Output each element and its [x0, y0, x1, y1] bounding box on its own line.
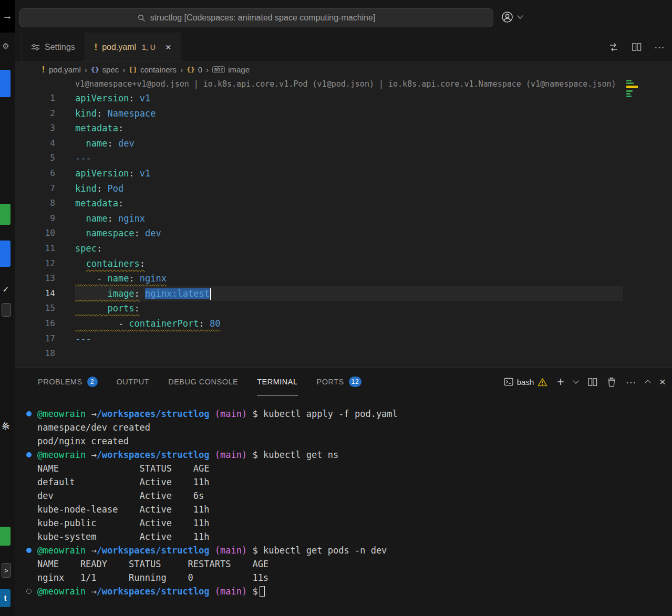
line-content: namespace: dev	[75, 226, 672, 241]
chevron-box[interactable]: >	[2, 563, 11, 578]
t-badge[interactable]: t	[0, 589, 11, 607]
code-line[interactable]: 18	[15, 346, 672, 361]
minimap-mark	[626, 80, 632, 81]
close-panel-button[interactable]: ×	[659, 375, 666, 388]
chevron-down-icon	[573, 378, 578, 383]
line-content: name: nginx	[75, 211, 672, 226]
code-line[interactable]: 14 image: nginx:latest	[15, 286, 672, 301]
code-line[interactable]: 2kind: Namespace	[15, 106, 672, 121]
panel-tab-terminal[interactable]: TERMINAL	[257, 368, 297, 395]
line-content: metadata:	[75, 196, 672, 211]
code-line[interactable]: 1apiVersion: v1	[15, 91, 672, 106]
tab-pod-yaml[interactable]: ! pod.yaml 1, U ×	[85, 33, 181, 61]
kill-terminal-button[interactable]	[607, 377, 616, 387]
minimap-mark	[626, 82, 634, 84]
cjk-glyph[interactable]: 条	[0, 419, 12, 433]
panel-tab-label: DEBUG CONSOLE	[168, 378, 238, 386]
forward-arrow-glyph: →	[3, 11, 13, 22]
line-number: 11	[15, 241, 75, 256]
gear-icon[interactable]: ⚙	[0, 40, 12, 53]
line-number: 14	[15, 286, 75, 301]
green-indicator[interactable]	[0, 204, 11, 225]
code-line[interactable]: 17---	[15, 331, 672, 347]
breadcrumb-index-0[interactable]: {} 0	[187, 65, 202, 74]
line-content: - name: nginx	[75, 271, 672, 286]
symbol-object-icon: {}	[187, 66, 195, 74]
terminal-line: @meowrain →/workspaces/structlog (main) …	[15, 584, 672, 598]
active-terminal-bash[interactable]: bash	[504, 378, 548, 387]
breadcrumb-image[interactable]: abc image	[212, 65, 250, 74]
warning-icon: !	[41, 65, 46, 75]
line-content: containers:	[75, 256, 672, 272]
breadcrumb-spec[interactable]: {} spec	[91, 65, 119, 74]
split-terminal-button[interactable]	[587, 377, 597, 387]
breadcrumb-file[interactable]: ! pod.yaml	[41, 65, 81, 75]
blue-indicator[interactable]	[0, 70, 11, 97]
bottom-panel: PROBLEMS 2 OUTPUT DEBUG CONSOLE TERMINAL…	[15, 368, 672, 616]
line-number: 10	[15, 226, 75, 241]
terminal-line: dev Active 6s	[15, 489, 672, 503]
code-line[interactable]: 13 - name: nginx	[15, 271, 672, 286]
code-line[interactable]: 7kind: Pod	[15, 181, 672, 196]
tab-pod-yaml-label: pod.yaml	[102, 43, 136, 52]
tab-settings[interactable]: Settings	[21, 33, 85, 61]
more-actions-button[interactable]: ···	[626, 376, 636, 388]
line-number: 8	[15, 196, 75, 211]
line-content: - containerPort: 80	[75, 316, 672, 331]
terminal-cursor	[260, 586, 265, 597]
code-line[interactable]: 4 name: dev	[15, 136, 672, 151]
command-center-search[interactable]: structlog [Codespaces: animated space co…	[19, 8, 493, 27]
more-actions-icon[interactable]: ···	[654, 41, 665, 53]
panel-tab-output[interactable]: OUTPUT	[117, 368, 150, 395]
minimap-mark	[626, 86, 638, 88]
command-decoration-dot[interactable]	[26, 548, 32, 553]
terminal-dropdown-button[interactable]	[574, 381, 578, 383]
panel-tab-debug-console[interactable]: DEBUG CONSOLE	[168, 368, 238, 395]
panel-tab-label: OUTPUT	[117, 378, 150, 386]
line-content: ---	[75, 151, 672, 166]
command-decoration-dot[interactable]	[26, 452, 32, 457]
panel-tab-problems[interactable]: PROBLEMS 2	[38, 368, 98, 395]
new-terminal-button[interactable]: +	[557, 375, 564, 389]
code-line[interactable]: 8metadata:	[15, 196, 672, 211]
code-line[interactable]: 9 name: nginx	[15, 211, 672, 226]
code-line[interactable]: 12 containers:	[15, 256, 672, 272]
breadcrumb-containers[interactable]: [] containers	[129, 65, 177, 74]
maximize-panel-button[interactable]	[646, 379, 650, 385]
line-content	[75, 346, 672, 361]
terminal-line: pod/nginx created	[15, 434, 672, 448]
panel-tab-ports[interactable]: PORTS 12	[317, 368, 362, 395]
symbol-array-icon: []	[129, 66, 137, 74]
forward-arrow-icon[interactable]: →	[0, 0, 15, 33]
line-number: 7	[15, 181, 75, 196]
green-indicator[interactable]	[0, 527, 11, 546]
breadcrumb-label: pod.yaml	[49, 65, 81, 74]
line-number: 12	[15, 256, 75, 272]
account-menu[interactable]	[501, 9, 522, 24]
check-icon[interactable]: ✓	[0, 284, 12, 295]
comment-bubble-icon[interactable]	[2, 303, 11, 317]
command-decoration-dot[interactable]	[26, 589, 32, 594]
split-editor-icon[interactable]	[632, 42, 642, 52]
terminal-line: namespace/dev created	[15, 421, 672, 434]
terminal-line: @meowrain →/workspaces/structlog (main) …	[15, 448, 672, 462]
ports-count-badge: 12	[349, 377, 361, 387]
command-decoration-dot[interactable]	[26, 411, 32, 416]
code-line[interactable]: 15 ports:	[15, 301, 672, 316]
code-line[interactable]: 6apiVersion: v1	[15, 166, 672, 181]
code-line[interactable]: 5---	[15, 151, 672, 166]
code-line[interactable]: 10 namespace: dev	[15, 226, 672, 241]
close-tab-icon[interactable]: ×	[166, 42, 171, 52]
open-changes-icon[interactable]	[608, 42, 619, 53]
code-line[interactable]: 3metadata:	[15, 121, 672, 136]
code-line[interactable]: 16 - containerPort: 80	[15, 316, 672, 331]
blue-indicator[interactable]	[0, 241, 11, 267]
terminal[interactable]: @meowrain →/workspaces/structlog (main) …	[15, 395, 672, 616]
terminal-lines: @meowrain →/workspaces/structlog (main) …	[15, 407, 672, 598]
problems-count-badge: 2	[87, 377, 98, 387]
yaml-schema-hint[interactable]: v1@namespace+v1@pod.json | io.k8s.api.co…	[75, 77, 672, 91]
chevron-down-icon	[517, 13, 523, 18]
terminal-line: NAME STATUS AGE	[15, 462, 672, 475]
code-line[interactable]: 11spec:	[15, 241, 672, 256]
code-editor[interactable]: v1@namespace+v1@pod.json | io.k8s.api.co…	[15, 77, 672, 368]
